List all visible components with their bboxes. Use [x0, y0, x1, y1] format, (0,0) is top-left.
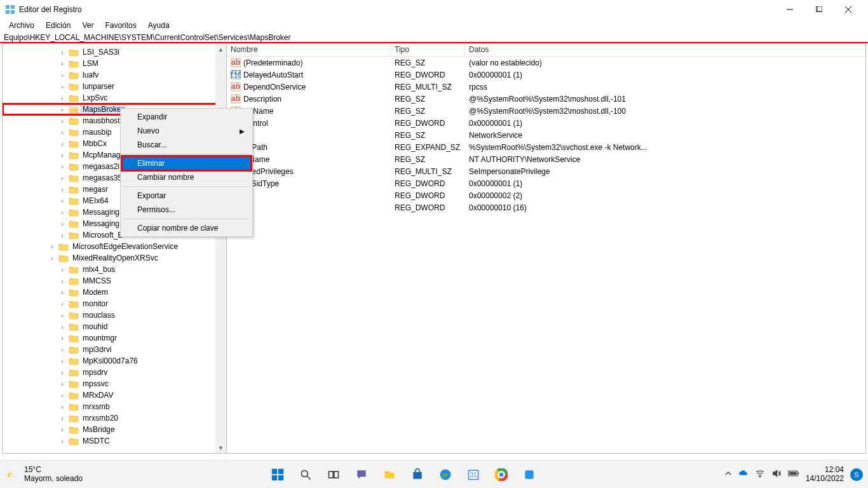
tree-item[interactable]: ›mrxsmb	[3, 401, 226, 412]
ctx-cambiar-nombre[interactable]: Cambiar nombre	[122, 170, 251, 184]
taskbar-clock[interactable]: 12:04 14/10/2022	[806, 466, 844, 482]
tree-item[interactable]: ›MpKsl000d7a76	[3, 355, 226, 367]
expand-caret-icon[interactable]: ›	[58, 60, 66, 67]
value-row[interactable]: abDescriptionREG_SZ@%SystemRoot%\System3…	[227, 93, 865, 105]
tree-item[interactable]: ›mouhid	[3, 321, 226, 332]
menu-ayuda[interactable]: Ayuda	[143, 20, 175, 31]
tree-item[interactable]: ›mpi3drvi	[3, 344, 226, 355]
column-header-data[interactable]: Datos	[465, 44, 865, 56]
onedrive-icon[interactable]	[738, 468, 749, 480]
expand-caret-icon[interactable]: ›	[58, 301, 66, 308]
volume-icon[interactable]	[771, 468, 782, 480]
expand-caret-icon[interactable]: ›	[58, 129, 66, 136]
ctx-buscar[interactable]: Buscar...	[122, 138, 251, 152]
expand-caret-icon[interactable]: ›	[58, 152, 66, 159]
tree-item[interactable]: ›mpssvc	[3, 378, 226, 390]
value-row[interactable]: abctNameREG_SZNT AUTHORITY\NetworkServic…	[227, 153, 865, 165]
tree-item[interactable]: ›LSI_SAS3i	[3, 46, 226, 58]
expand-caret-icon[interactable]: ›	[58, 83, 66, 90]
tree-item[interactable]: ›MSDTC	[3, 435, 226, 447]
tree-item[interactable]: ›MRxDAV	[3, 390, 226, 401]
column-header-type[interactable]: Tipo	[391, 44, 465, 56]
expand-caret-icon[interactable]: ›	[58, 163, 66, 170]
tree-item[interactable]: ›mountmgr	[3, 332, 226, 344]
explorer-icon[interactable]	[377, 463, 402, 487]
start-button[interactable]	[266, 463, 290, 487]
chat-icon[interactable]	[349, 463, 374, 487]
ctx-copiar-nombre[interactable]: Copiar nombre de clave	[122, 221, 251, 235]
expand-caret-icon[interactable]: ›	[58, 312, 66, 319]
expand-caret-icon[interactable]: ›	[48, 255, 56, 262]
tree-item[interactable]: ›mrxsmb20	[3, 412, 226, 424]
tree-item[interactable]: ›lunparser	[3, 81, 226, 92]
app-icon[interactable]	[517, 463, 541, 487]
taskview-button[interactable]	[322, 463, 346, 487]
expand-caret-icon[interactable]: ›	[48, 243, 56, 250]
tree-item[interactable]: ›monitor	[3, 298, 226, 309]
ctx-exportar[interactable]: Exportar	[122, 189, 251, 203]
expand-caret-icon[interactable]: ›	[58, 426, 66, 433]
value-row[interactable]: 011110REG_DWORD0x00000010 (16)	[227, 201, 865, 214]
tree-item[interactable]: ›MixedRealityOpenXRSvc	[3, 252, 226, 264]
edge-icon[interactable]	[433, 463, 458, 487]
expand-caret-icon[interactable]: ›	[58, 369, 66, 376]
maximize-button[interactable]	[804, 0, 834, 19]
tray-chevron-icon[interactable]	[724, 470, 732, 479]
tree-item[interactable]: ›luafv	[3, 69, 226, 81]
value-row[interactable]: ab(Predeterminado)REG_SZ(valor no establ…	[227, 57, 865, 69]
value-row[interactable]: abupREG_SZNetworkService	[227, 129, 865, 141]
minimize-button[interactable]	[775, 0, 804, 19]
menu-archivo[interactable]: Archivo	[4, 20, 39, 31]
menu-ver[interactable]: Ver	[77, 20, 98, 31]
expand-caret-icon[interactable]: ›	[58, 209, 66, 216]
expand-caret-icon[interactable]: ›	[58, 323, 66, 330]
expand-caret-icon[interactable]: ›	[58, 415, 66, 422]
value-row[interactable]: 011110ControlREG_DWORD0x00000001 (1)	[227, 117, 865, 129]
tree-item[interactable]: ›LxpSvc	[3, 92, 226, 104]
value-row[interactable]: abuiredPrivilegesREG_MULTI_SZSeImpersona…	[227, 165, 865, 177]
ctx-permisos[interactable]: Permisos...	[122, 203, 251, 217]
expand-caret-icon[interactable]: ›	[58, 381, 66, 388]
expand-caret-icon[interactable]: ›	[58, 289, 66, 296]
tree-item[interactable]: ›MMCSS	[3, 275, 226, 287]
tree-item[interactable]: ›mouclass	[3, 309, 226, 321]
expand-caret-icon[interactable]: ›	[58, 95, 66, 102]
expand-caret-icon[interactable]: ›	[58, 72, 66, 79]
expand-caret-icon[interactable]: ›	[58, 140, 66, 147]
value-row[interactable]: 011110ceSidTypeREG_DWORD0x00000001 (1)	[227, 177, 865, 189]
expand-caret-icon[interactable]: ›	[58, 220, 66, 227]
close-button[interactable]	[834, 0, 863, 19]
expand-caret-icon[interactable]: ›	[58, 49, 66, 56]
expand-caret-icon[interactable]: ›	[58, 118, 66, 125]
expand-caret-icon[interactable]: ›	[58, 106, 66, 113]
value-row[interactable]: ablayNameREG_SZ@%SystemRoot%\System32\mo…	[227, 105, 865, 117]
address-bar[interactable]: Equipo\HKEY_LOCAL_MACHINE\SYSTEM\Current…	[0, 32, 868, 43]
tree-item[interactable]: ›mlx4_bus	[3, 264, 226, 275]
expand-caret-icon[interactable]: ›	[58, 198, 66, 205]
expand-caret-icon[interactable]: ›	[58, 403, 66, 410]
expand-caret-icon[interactable]: ›	[58, 346, 66, 353]
column-header-name[interactable]: Nombre	[227, 44, 391, 56]
calendar-icon[interactable]: 31	[461, 463, 485, 487]
wifi-icon[interactable]	[755, 468, 765, 480]
expand-caret-icon[interactable]: ›	[58, 186, 66, 193]
expand-caret-icon[interactable]: ›	[58, 278, 66, 285]
value-row[interactable]: abDependOnServiceREG_MULTI_SZrpcss	[227, 81, 865, 93]
expand-caret-icon[interactable]: ›	[58, 392, 66, 399]
value-row[interactable]: abgePathREG_EXPAND_SZ%SystemRoot%\System…	[227, 141, 865, 153]
tree-scrollbar[interactable]: ▲ ▼	[215, 44, 226, 453]
expand-caret-icon[interactable]: ›	[58, 232, 66, 239]
tree-item[interactable]: ›MicrosoftEdgeElevationService	[3, 241, 226, 252]
search-button[interactable]	[294, 463, 318, 487]
tree-item[interactable]: ›MsBridge	[3, 424, 226, 435]
ctx-eliminar[interactable]: Eliminar	[122, 156, 251, 170]
tree-item[interactable]: ›Modem	[3, 287, 226, 298]
expand-caret-icon[interactable]: ›	[58, 438, 66, 445]
scroll-down-icon[interactable]: ▼	[215, 442, 226, 453]
scroll-up-icon[interactable]: ▲	[215, 44, 226, 55]
ctx-expandir[interactable]: Expandir	[122, 110, 251, 124]
chrome-icon[interactable]	[489, 463, 513, 487]
ctx-nuevo[interactable]: Nuevo▶	[122, 124, 251, 138]
expand-caret-icon[interactable]: ›	[58, 175, 66, 182]
tree-item[interactable]: ›LSM	[3, 58, 226, 69]
